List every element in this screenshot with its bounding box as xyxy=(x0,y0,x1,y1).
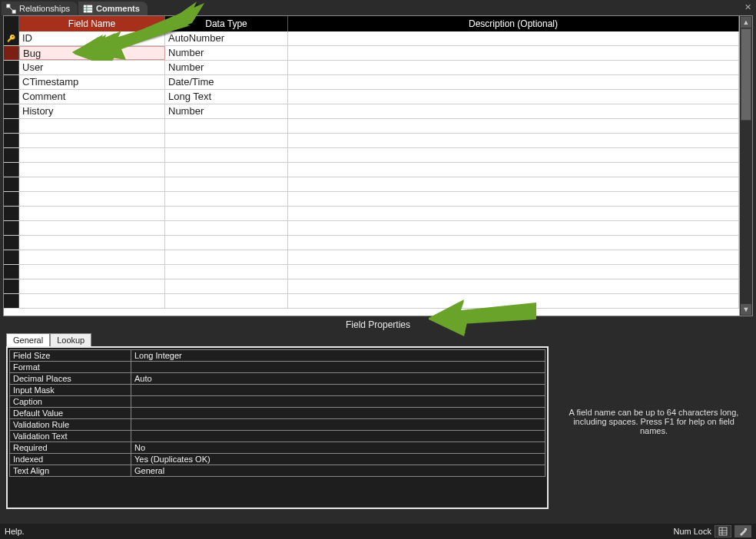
description-cell[interactable] xyxy=(288,192,739,206)
row-selector[interactable] xyxy=(4,104,19,118)
field-name-cell[interactable] xyxy=(19,250,165,264)
property-row[interactable]: Validation Rule xyxy=(10,419,545,431)
data-type-cell[interactable] xyxy=(165,192,288,206)
row-selector-header[interactable] xyxy=(4,16,19,31)
row-selector[interactable] xyxy=(4,90,19,104)
property-value[interactable] xyxy=(131,362,545,373)
property-row[interactable]: Caption xyxy=(10,396,545,408)
table-row[interactable]: BugNumber xyxy=(4,46,739,61)
field-name-cell[interactable]: Comment xyxy=(19,90,165,104)
field-name-cell[interactable]: History xyxy=(19,104,165,118)
property-row[interactable]: Format xyxy=(10,362,545,373)
table-row[interactable] xyxy=(4,163,739,177)
property-value[interactable] xyxy=(131,396,545,408)
property-row[interactable]: RequiredNo xyxy=(10,442,545,454)
description-cell[interactable] xyxy=(288,46,739,60)
field-name-cell[interactable] xyxy=(19,177,165,191)
table-row[interactable] xyxy=(4,279,739,294)
field-name-cell[interactable] xyxy=(19,279,165,293)
row-selector[interactable] xyxy=(4,192,19,206)
description-cell[interactable] xyxy=(288,279,739,293)
property-row[interactable]: Decimal PlacesAuto xyxy=(10,373,545,385)
table-row[interactable] xyxy=(4,119,739,134)
data-type-cell[interactable]: Date/Time xyxy=(165,75,288,89)
row-selector[interactable] xyxy=(4,279,19,293)
data-type-cell[interactable] xyxy=(165,134,288,147)
field-name-cell[interactable]: CTimestamp xyxy=(19,75,165,89)
property-value[interactable]: Long Integer xyxy=(131,350,545,362)
table-row[interactable] xyxy=(4,134,739,148)
data-type-cell[interactable]: Number xyxy=(165,61,288,74)
description-cell[interactable] xyxy=(288,163,739,177)
table-row[interactable]: 🔑IDAutoNumber xyxy=(4,31,739,46)
table-row[interactable]: UserNumber xyxy=(4,61,739,75)
field-name-cell[interactable] xyxy=(19,265,165,279)
data-type-cell[interactable] xyxy=(165,236,288,250)
field-name-cell[interactable] xyxy=(19,221,165,235)
description-cell[interactable] xyxy=(288,104,739,118)
data-type-cell[interactable]: Number xyxy=(165,46,288,60)
tab-relationships[interactable]: Relationships xyxy=(2,2,78,15)
description-cell[interactable] xyxy=(288,250,739,264)
description-cell[interactable] xyxy=(288,134,739,147)
row-selector[interactable] xyxy=(4,207,19,220)
row-selector[interactable] xyxy=(4,119,19,133)
data-type-cell[interactable] xyxy=(165,163,288,177)
row-selector[interactable] xyxy=(4,250,19,264)
field-name-cell[interactable] xyxy=(19,134,165,147)
data-type-cell[interactable]: Number xyxy=(165,104,288,118)
row-selector[interactable] xyxy=(4,221,19,235)
description-cell[interactable] xyxy=(288,221,739,235)
data-type-cell[interactable] xyxy=(165,265,288,279)
description-cell[interactable] xyxy=(288,61,739,74)
table-row[interactable] xyxy=(4,236,739,250)
description-cell[interactable] xyxy=(288,119,739,133)
property-value[interactable] xyxy=(131,408,545,419)
table-row[interactable] xyxy=(4,294,739,309)
scroll-thumb[interactable] xyxy=(741,28,751,121)
scroll-up-button[interactable]: ▲ xyxy=(740,16,752,28)
description-cell[interactable] xyxy=(288,75,739,89)
description-cell[interactable] xyxy=(288,90,739,104)
property-value[interactable] xyxy=(131,431,545,442)
field-name-cell[interactable] xyxy=(19,148,165,162)
property-row[interactable]: Field SizeLong Integer xyxy=(10,350,545,362)
table-row[interactable]: HistoryNumber xyxy=(4,104,739,119)
description-cell[interactable] xyxy=(288,31,739,45)
vertical-scrollbar[interactable]: ▲ ▼ xyxy=(740,16,752,316)
property-value[interactable] xyxy=(131,385,545,396)
row-selector[interactable] xyxy=(4,265,19,279)
table-row[interactable] xyxy=(4,148,739,163)
close-icon[interactable]: ✕ xyxy=(744,2,751,12)
field-name-cell[interactable] xyxy=(19,163,165,177)
description-cell[interactable] xyxy=(288,148,739,162)
table-row[interactable]: CommentLong Text xyxy=(4,90,739,104)
data-type-cell[interactable] xyxy=(165,279,288,293)
table-row[interactable] xyxy=(4,250,739,265)
data-type-cell[interactable] xyxy=(165,207,288,220)
table-row[interactable] xyxy=(4,265,739,279)
data-type-cell[interactable]: Long Text xyxy=(165,90,288,104)
data-type-cell[interactable] xyxy=(165,119,288,133)
property-value[interactable]: General xyxy=(131,465,545,477)
row-selector[interactable] xyxy=(4,46,19,60)
property-row[interactable]: Text AlignGeneral xyxy=(10,465,545,477)
row-selector[interactable] xyxy=(4,61,19,74)
description-cell[interactable] xyxy=(288,294,739,308)
property-row[interactable]: Validation Text xyxy=(10,431,545,442)
field-name-cell[interactable] xyxy=(19,236,165,250)
row-selector[interactable] xyxy=(4,134,19,147)
description-cell[interactable] xyxy=(288,207,739,220)
field-name-cell[interactable] xyxy=(19,207,165,220)
header-description[interactable]: Description (Optional) xyxy=(288,16,739,31)
table-row[interactable]: CTimestampDate/Time xyxy=(4,75,739,90)
scroll-down-button[interactable]: ▼ xyxy=(740,303,752,316)
row-selector[interactable] xyxy=(4,236,19,250)
field-name-cell[interactable]: ID xyxy=(19,31,165,45)
row-selector[interactable]: 🔑 xyxy=(4,31,19,45)
row-selector[interactable] xyxy=(4,148,19,162)
field-name-cell[interactable] xyxy=(19,119,165,133)
header-data-type[interactable]: Data Type xyxy=(165,16,288,31)
data-type-cell[interactable] xyxy=(165,294,288,308)
field-name-cell[interactable] xyxy=(19,294,165,308)
